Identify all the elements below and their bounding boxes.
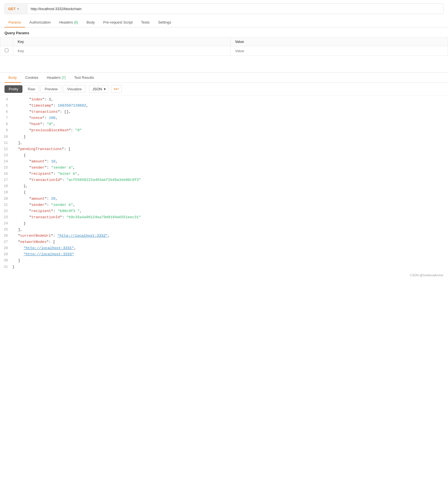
json-punctuation: " (29, 209, 31, 213)
tab-body[interactable]: Body (83, 17, 99, 27)
format-dropdown-label: JSON (92, 87, 102, 91)
json-punctuation: ": [ (46, 240, 55, 244)
param-checkbox[interactable] (5, 49, 8, 52)
json-punctuation: } (24, 221, 26, 226)
json-link[interactable]: "http://localhost:3333" (24, 252, 74, 256)
visualize-button[interactable]: Visualize (63, 85, 86, 93)
json-line: 13{ (0, 152, 448, 158)
line-indent: "pendingTransactions": [ (12, 146, 70, 152)
line-indent: { (12, 189, 26, 196)
key-col-header: Key (13, 38, 231, 46)
line-indent: ], (12, 227, 22, 233)
url-input[interactable] (27, 7, 443, 11)
json-key: amount (31, 197, 45, 201)
line-number: 14 (1, 159, 12, 164)
json-punctuation: ": [], (58, 110, 71, 114)
line-number: 11 (1, 140, 12, 146)
json-string: "b9c35a4a96124ea79d9194a6551eec31" (67, 215, 141, 219)
json-number: 100 (49, 116, 55, 120)
tab-authorization[interactable]: Authorization (26, 17, 55, 27)
json-line: 10} (0, 134, 448, 140)
json-key: transactionId (31, 215, 60, 219)
json-key: amount (31, 159, 45, 164)
value-input[interactable] (235, 49, 444, 53)
response-tab-cookies[interactable]: Cookies (21, 73, 42, 82)
key-cell[interactable] (13, 46, 231, 56)
line-number: 26 (1, 233, 12, 239)
json-key: sender (31, 203, 45, 207)
method-select[interactable]: GET ▾ (5, 4, 27, 14)
json-punctuation: " (29, 203, 31, 207)
value-col-header: Value (230, 38, 448, 46)
line-number: 27 (1, 239, 12, 245)
json-string: "b90c9f3 " (58, 209, 79, 213)
json-punctuation: ": (51, 209, 58, 213)
table-row (0, 46, 448, 56)
raw-button[interactable]: Raw (24, 85, 39, 93)
line-indent: "previousBlockHash": "0" (12, 127, 82, 134)
format-bar: Pretty Raw Preview Visualize JSON ▾ ≡↵ (0, 83, 448, 95)
line-indent: "recipient": "miner b", (12, 171, 79, 177)
tab-pre-request-script[interactable]: Pre-request Script (99, 17, 137, 27)
row-checkbox[interactable] (0, 46, 13, 56)
preview-button[interactable]: Preview (40, 85, 62, 93)
response-tab-body[interactable]: Body (4, 73, 21, 82)
json-punctuation: ": (45, 159, 51, 164)
line-number: 9 (1, 128, 12, 133)
json-link[interactable]: "http://localhost:3332" (57, 234, 108, 238)
json-punctuation: , (56, 116, 58, 120)
line-indent: "hash": "0", (12, 121, 56, 127)
json-string: "0" (75, 128, 82, 132)
tab-params[interactable]: Params (4, 17, 25, 27)
tab-settings[interactable]: Settings (154, 17, 175, 27)
json-key: recipient (31, 172, 51, 176)
wrap-button[interactable]: ≡↵ (111, 85, 122, 93)
json-punctuation: " (18, 234, 20, 238)
json-punctuation: " (29, 104, 31, 108)
url-bar: GET ▾ (4, 3, 444, 14)
key-input[interactable] (18, 49, 226, 53)
json-punctuation: , (74, 246, 76, 250)
line-indent: { (12, 152, 26, 158)
json-punctuation: ": (51, 172, 58, 176)
json-punctuation: , (53, 122, 56, 126)
json-line: 30] (0, 257, 448, 264)
chevron-down-icon: ▾ (17, 7, 19, 10)
tab-tests[interactable]: Tests (137, 17, 154, 27)
json-punctuation: " (29, 159, 31, 164)
json-punctuation: " (29, 116, 31, 120)
json-line: 20"amount": 20, (0, 196, 448, 202)
json-line: 19{ (0, 189, 448, 196)
json-punctuation: { (24, 190, 26, 194)
wrap-icon: ≡↵ (114, 87, 119, 91)
value-cell[interactable] (230, 46, 448, 56)
json-string: "miner b" (58, 172, 77, 176)
json-line: 26"currentNodeUrl": "http://localhost:33… (0, 233, 448, 239)
line-number: 13 (1, 153, 12, 158)
json-string: "sender a" (51, 165, 73, 170)
format-dropdown[interactable]: JSON ▾ (89, 85, 109, 93)
json-punctuation: { (24, 153, 26, 157)
json-punctuation: " (29, 110, 31, 114)
tab-headers[interactable]: Headers (6) (55, 17, 82, 27)
line-indent: "amount": 10, (12, 158, 58, 165)
line-indent: "amount": 20, (12, 196, 58, 202)
json-punctuation: ": (40, 122, 47, 126)
json-line: 4"index": 1, (0, 96, 448, 103)
json-punctuation: , (73, 165, 75, 170)
query-params-title: Query Params (0, 27, 448, 37)
json-punctuation: " (29, 128, 31, 132)
response-tab-headers[interactable]: Headers (7) (43, 73, 70, 82)
checkbox-col-header (0, 38, 13, 46)
response-tab-test-results[interactable]: Test Results (70, 73, 98, 82)
json-line: 8"hash": "0", (0, 121, 448, 127)
json-line: 15"sender": "sender a", (0, 165, 448, 171)
json-punctuation: , (79, 209, 82, 213)
json-punctuation: " (29, 215, 31, 219)
json-link[interactable]: "http://localhost:3331" (24, 246, 74, 250)
line-indent: "http://localhost:3331", (12, 245, 76, 251)
chevron-down-icon: ▾ (104, 87, 106, 91)
pretty-button[interactable]: Pretty (4, 85, 22, 93)
line-indent: "index": 1, (12, 96, 53, 103)
line-indent: } (12, 220, 26, 227)
